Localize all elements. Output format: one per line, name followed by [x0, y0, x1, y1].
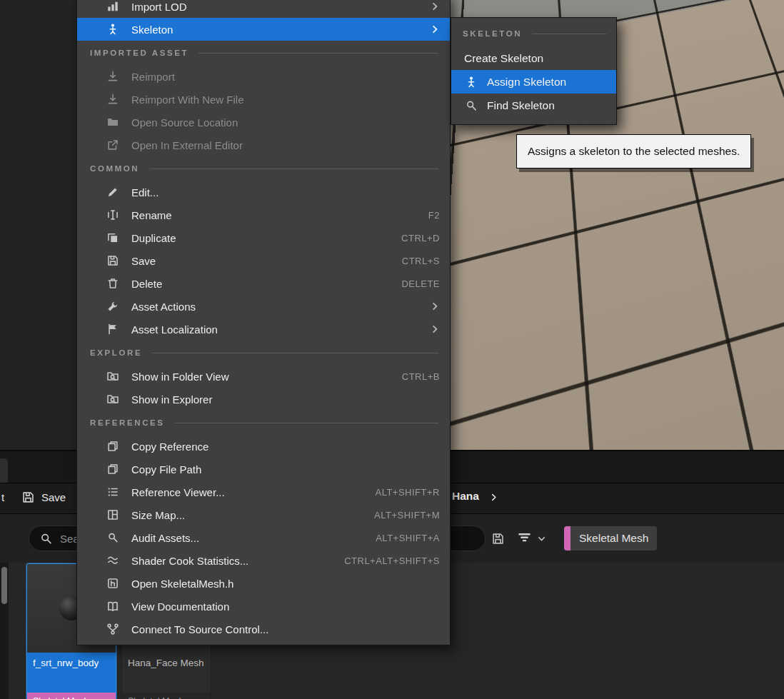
menu-section-divider: [149, 169, 438, 169]
skeleton-submenu: SKELETON Create Skeleton Assign Skeleton…: [451, 17, 617, 125]
menu-item-label: Open In External Editor: [131, 139, 428, 151]
vertical-scrollbar[interactable]: [0, 563, 9, 699]
trash-icon: [106, 276, 120, 291]
menu-item-label: Copy Reference: [131, 441, 428, 453]
chevron-right-icon: [489, 492, 498, 501]
menu-item[interactable]: Show in Folder View CTRL+B: [77, 365, 450, 388]
menu-item[interactable]: Edit...: [77, 181, 450, 203]
menu-item-label: Asset Actions: [131, 301, 407, 313]
menu-section-header: COMMON: [77, 156, 450, 181]
chevron-down-icon: [537, 533, 546, 543]
menu-item-label: Open SkeletalMesh.h: [131, 578, 428, 590]
menu-item-shortcut: CTRL+S: [402, 256, 440, 266]
skeleton-icon: [106, 22, 120, 36]
asset-name: Hana_Face Mesh: [122, 653, 211, 693]
menu-section-label: COMMON: [90, 164, 139, 173]
filter-dropdown[interactable]: [517, 530, 546, 545]
menu-item-label: Delete: [131, 278, 390, 290]
menu-item-shortcut: CTRL+B: [402, 371, 440, 382]
submenu-item[interactable]: Find Skeleton: [451, 94, 616, 117]
menu-item[interactable]: Duplicate CTRL+D: [77, 226, 450, 249]
menu-item[interactable]: Shader Cook Statistics... CTRL+ALT+SHIFT…: [77, 549, 450, 572]
scrollbar-thumb[interactable]: [1, 567, 7, 604]
menu-item-shortcut: ALT+SHIFT+A: [376, 533, 440, 543]
menu-item-label: Reference Viewer...: [131, 486, 363, 498]
save-all-label: Save: [41, 491, 66, 503]
menu-item-label: Skeleton: [131, 24, 407, 36]
magnifier-icon: [464, 99, 478, 113]
header-file-icon: [106, 576, 120, 590]
folder-icon: [106, 115, 120, 129]
menu-item[interactable]: Audit Assets... ALT+SHIFT+A: [77, 526, 450, 549]
menu-item-label: Shader Cook Statistics...: [131, 555, 333, 567]
menu-section-divider: [152, 353, 438, 353]
save-search-icon[interactable]: [491, 532, 505, 545]
submenu-item[interactable]: Create Skeleton: [451, 46, 616, 70]
pencil-icon: [106, 185, 120, 199]
chevron-right-icon: [430, 324, 440, 334]
lod-icon: [106, 0, 120, 14]
menu-item[interactable]: Copy File Path: [77, 458, 450, 481]
menu-item: Reimport With New File: [77, 88, 450, 111]
submenu-item[interactable]: Assign Skeleton: [451, 70, 616, 94]
menu-item-label: Rename: [131, 209, 417, 221]
rename-icon: [106, 208, 120, 222]
chevron-right-icon: [430, 1, 440, 11]
external-link-icon: [106, 138, 120, 152]
menu-item[interactable]: Show in Explorer: [77, 388, 450, 411]
menu-item-label: Reimport With New File: [131, 94, 428, 106]
flag-icon: [106, 322, 120, 336]
folder-search-icon: [106, 369, 120, 383]
submenu-item-label: Find Skeleton: [487, 99, 608, 112]
menu-item-shortcut: F2: [428, 210, 440, 221]
chevron-right-icon: [430, 301, 440, 311]
save-all-button[interactable]: Save: [21, 491, 66, 504]
menu-item-label: Edit...: [131, 186, 428, 198]
menu-item[interactable]: Asset Localization: [77, 318, 450, 341]
menu-item[interactable]: Asset Actions: [77, 295, 450, 318]
asset-type-label: Skeletal Mesh: [122, 693, 211, 699]
menu-item[interactable]: Copy Reference: [77, 435, 450, 458]
menu-section-header: IMPORTED ASSET: [77, 41, 450, 65]
wrench-icon: [106, 299, 120, 313]
menu-item[interactable]: Delete DELETE: [77, 272, 450, 295]
submenu-item-label: Create Skeleton: [464, 52, 608, 65]
asset-name: f_srt_nrw_body: [27, 653, 116, 693]
copy-icon: [106, 462, 120, 476]
menu-item-label: Size Map...: [131, 509, 363, 521]
menu-item-label: Save: [131, 255, 391, 267]
search-icon: [39, 532, 53, 545]
filter-chip-accent: [564, 526, 571, 550]
menu-item[interactable]: Open SkeletalMesh.h: [77, 572, 450, 595]
copy-icon: [106, 439, 120, 453]
menu-section-divider: [198, 53, 438, 54]
breadcrumb[interactable]: Hana: [452, 490, 498, 503]
menu-item[interactable]: Reference Viewer... ALT+SHIFT+R: [77, 481, 450, 503]
filter-chip-skeletal-mesh[interactable]: Skeletal Mesh: [564, 526, 657, 550]
menu-item: Open In External Editor: [77, 134, 450, 156]
menu-item-label: Open Source Location: [131, 116, 428, 129]
filter-chip-label: Skeletal Mesh: [571, 526, 657, 550]
menu-item[interactable]: Skeleton: [77, 18, 450, 41]
menu-section-header: REFERENCES: [77, 411, 450, 435]
menu-item-label: Reimport: [131, 71, 428, 83]
shader-icon: [106, 553, 120, 568]
menu-item[interactable]: Connect To Source Control...: [77, 618, 450, 640]
breadcrumb-label: Hana: [452, 490, 479, 503]
menu-item[interactable]: Size Map... ALT+SHIFT+M: [77, 503, 450, 526]
audit-icon: [106, 530, 120, 545]
menu-item-shortcut: CTRL+ALT+SHIFT+S: [344, 555, 440, 566]
menu-item-label: Import LOD: [131, 1, 407, 13]
menu-item-shortcut: ALT+SHIFT+R: [375, 487, 440, 498]
reimport-icon: [106, 92, 120, 106]
menu-item-shortcut: ALT+SHIFT+M: [374, 510, 440, 521]
menu-item: Open Source Location: [77, 111, 450, 134]
menu-item[interactable]: View Documentation: [77, 595, 450, 618]
clipped-toolbar-button[interactable]: t: [1, 491, 4, 503]
panel-tab[interactable]: [0, 458, 8, 483]
menu-item[interactable]: Save CTRL+S: [77, 249, 450, 272]
menu-item[interactable]: Import LOD: [77, 0, 450, 18]
menu-item[interactable]: Rename F2: [77, 203, 450, 226]
submenu-items: Create Skeleton Assign Skeleton Find Ske…: [451, 46, 616, 117]
source-control-icon: [106, 622, 120, 636]
